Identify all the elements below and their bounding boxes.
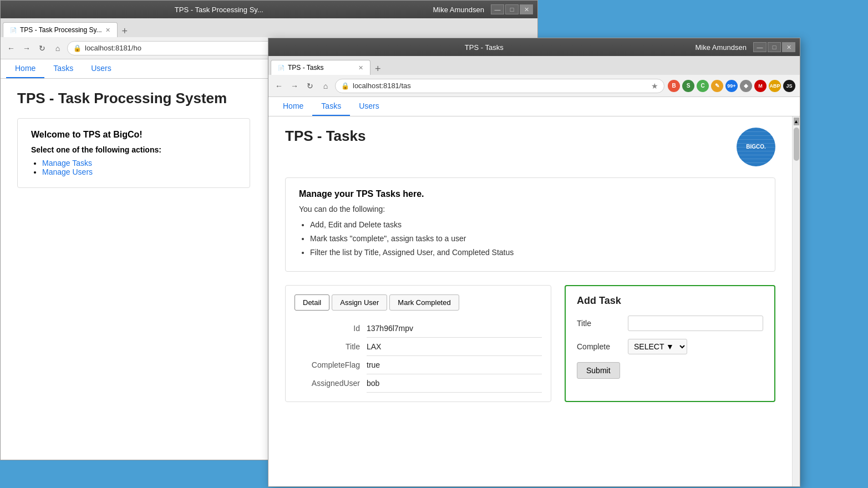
table-row: Title LAX bbox=[295, 338, 542, 356]
bigco-logo-text: BIGCO. bbox=[746, 144, 766, 150]
win2-nav-tab-home[interactable]: Home bbox=[274, 97, 312, 116]
form-label-complete: Complete bbox=[577, 342, 621, 351]
window2-tabbar: 📄 TPS - Tasks ✕ + bbox=[268, 56, 800, 75]
win2-ext-icon-2[interactable]: S bbox=[682, 80, 694, 92]
scrollbar-thumb[interactable] bbox=[794, 128, 799, 161]
info-list-item-3: Filter the list by Title, Assigned User,… bbox=[310, 246, 762, 260]
win2-bookmark-icon[interactable]: ★ bbox=[651, 82, 658, 90]
info-box-subtitle: You can do the following: bbox=[299, 205, 762, 214]
window1-titlebar: TPS - Task Processing Sy... Mike Amundse… bbox=[1, 1, 537, 18]
list-item-manage-tasks: Manage Tasks bbox=[42, 159, 236, 167]
scrollbar-track[interactable]: ▲ bbox=[792, 116, 800, 486]
nav-tab-tasks[interactable]: Tasks bbox=[44, 59, 82, 78]
bigco-logo: BIGCO. bbox=[737, 128, 775, 166]
win2-reload-button[interactable]: ↻ bbox=[304, 80, 316, 92]
win2-browser-tab[interactable]: 📄 TPS - Tasks ✕ bbox=[271, 60, 370, 75]
win2-ext-icon-9[interactable]: JS bbox=[783, 80, 795, 92]
forward-button[interactable]: → bbox=[21, 42, 33, 54]
maximize-button[interactable]: □ bbox=[505, 4, 519, 14]
form-group-title: Title bbox=[577, 316, 763, 331]
form-group-complete: Complete SELECT ▼ true false bbox=[577, 339, 763, 354]
add-task-panel: Add Task Title Complete SELECT ▼ true fa… bbox=[565, 285, 775, 402]
win2-close-button[interactable]: ✕ bbox=[782, 42, 795, 52]
task-fields: Id 137h96l7mpv Title LAX CompleteFlag tr… bbox=[295, 319, 542, 393]
field-value-title: LAX bbox=[367, 338, 542, 356]
win2-toolbar-extension-icons: B S C ✎ 99+ ◆ M ABP JS bbox=[668, 80, 795, 92]
win2-ext-icon-8[interactable]: ABP bbox=[769, 80, 781, 92]
tab-close-icon[interactable]: ✕ bbox=[105, 27, 110, 34]
window2-titlebar: TPS - Tasks Mike Amundsen — □ ✕ bbox=[268, 38, 800, 56]
field-label-id: Id bbox=[295, 319, 367, 338]
table-row: Id 137h96l7mpv bbox=[295, 319, 542, 338]
win2-address-bar[interactable]: 🔒 localhost:8181/tas ★ bbox=[335, 79, 664, 93]
scrollbar-up-button[interactable]: ▲ bbox=[794, 118, 799, 125]
task-action-buttons: Detail Assign User Mark Completed bbox=[295, 294, 542, 311]
info-box: Manage your TPS Tasks here. You can do t… bbox=[285, 177, 775, 272]
win2-nav-tab-tasks[interactable]: Tasks bbox=[312, 97, 350, 116]
win2-ext-icon-1[interactable]: B bbox=[668, 80, 680, 92]
win2-ext-icon-6[interactable]: ◆ bbox=[740, 80, 752, 92]
win2-tab-close-icon[interactable]: ✕ bbox=[358, 64, 363, 72]
browser-tab-label: TPS - Task Processing Sy... bbox=[20, 26, 102, 34]
win2-new-tab-button[interactable]: + bbox=[372, 63, 384, 75]
welcome-subtitle: Select one of the following actions: bbox=[31, 145, 236, 154]
detail-button[interactable]: Detail bbox=[295, 294, 329, 311]
win2-tab-favicon-icon: 📄 bbox=[278, 65, 285, 71]
close-button[interactable]: ✕ bbox=[520, 4, 533, 14]
win2-ext-icon-4[interactable]: ✎ bbox=[711, 80, 723, 92]
mark-completed-button[interactable]: Mark Completed bbox=[389, 294, 459, 311]
tasks-columns: Detail Assign User Mark Completed Id 137… bbox=[285, 285, 775, 402]
tasks-page-content: TPS - Tasks BIGCO. Manage your TPS Tasks… bbox=[268, 116, 792, 413]
nav-tab-home[interactable]: Home bbox=[6, 59, 44, 78]
win2-nav-tab-users[interactable]: Users bbox=[350, 97, 388, 116]
window1-title: TPS - Task Processing Sy... bbox=[5, 6, 433, 14]
win2-back-button[interactable]: ← bbox=[273, 80, 285, 92]
home-button[interactable]: ⌂ bbox=[52, 42, 64, 54]
window2-title: TPS - Tasks bbox=[273, 43, 696, 52]
field-value-assigned: bob bbox=[367, 374, 542, 393]
info-list-item-2: Mark tasks "complete", assign tasks to a… bbox=[310, 232, 762, 246]
manage-users-link[interactable]: Manage Users bbox=[42, 167, 93, 176]
win2-ext-icon-3[interactable]: C bbox=[697, 80, 709, 92]
window2-page: TPS - Tasks BIGCO. Manage your TPS Tasks… bbox=[268, 116, 792, 486]
win2-minimize-button[interactable]: — bbox=[753, 42, 767, 52]
field-label-complete: CompleteFlag bbox=[295, 356, 367, 374]
win2-home-button[interactable]: ⌂ bbox=[319, 80, 332, 92]
table-row: AssignedUser bob bbox=[295, 374, 542, 393]
task-title-input[interactable] bbox=[628, 316, 763, 331]
minimize-button[interactable]: — bbox=[491, 4, 504, 14]
browser-tabbar: 📄 TPS - Task Processing Sy... ✕ + bbox=[1, 18, 537, 37]
field-label-assigned: AssignedUser bbox=[295, 374, 367, 393]
complete-select[interactable]: SELECT ▼ true false bbox=[628, 339, 687, 354]
submit-button[interactable]: Submit bbox=[577, 362, 620, 379]
reload-button[interactable]: ↻ bbox=[36, 42, 48, 54]
win2-address-text: localhost:8181/tas bbox=[353, 82, 648, 90]
window2-main-area: TPS - Tasks BIGCO. Manage your TPS Tasks… bbox=[268, 116, 800, 486]
win2-ext-icon-7[interactable]: M bbox=[754, 80, 767, 92]
win2-maximize-button[interactable]: □ bbox=[768, 42, 781, 52]
field-value-complete: true bbox=[367, 356, 542, 374]
win2-lock-icon: 🔒 bbox=[341, 82, 349, 90]
info-box-title: Manage your TPS Tasks here. bbox=[299, 189, 762, 199]
new-tab-button[interactable]: + bbox=[119, 26, 131, 37]
nav-tab-users[interactable]: Users bbox=[82, 59, 120, 78]
form-label-title: Title bbox=[577, 319, 621, 328]
win2-browser-tab-label: TPS - Tasks bbox=[288, 64, 323, 72]
table-row: CompleteFlag true bbox=[295, 356, 542, 374]
window2-browser-toolbar: ← → ↻ ⌂ 🔒 localhost:8181/tas ★ B S C ✎ 9… bbox=[268, 75, 800, 97]
win2-forward-button[interactable]: → bbox=[288, 80, 301, 92]
manage-tasks-link[interactable]: Manage Tasks bbox=[42, 159, 92, 167]
field-value-id: 137h96l7mpv bbox=[367, 319, 542, 338]
welcome-list: Manage Tasks Manage Users bbox=[31, 159, 236, 176]
task-detail-panel: Detail Assign User Mark Completed Id 137… bbox=[285, 285, 551, 402]
browser-tab-home[interactable]: 📄 TPS - Task Processing Sy... ✕ bbox=[3, 22, 118, 37]
back-button[interactable]: ← bbox=[5, 42, 17, 54]
info-box-list: Add, Edit and Delete tasks Mark tasks "c… bbox=[299, 218, 762, 260]
assign-user-button[interactable]: Assign User bbox=[332, 294, 387, 311]
win2-ext-icon-5[interactable]: 99+ bbox=[725, 80, 738, 92]
field-label-title: Title bbox=[295, 338, 367, 356]
tasks-header: TPS - Tasks BIGCO. bbox=[285, 128, 775, 166]
window2-foreground: TPS - Tasks Mike Amundsen — □ ✕ 📄 TPS - … bbox=[268, 38, 800, 487]
welcome-title: Welcome to TPS at BigCo! bbox=[31, 130, 236, 140]
window1-user: Mike Amundsen bbox=[433, 6, 485, 14]
